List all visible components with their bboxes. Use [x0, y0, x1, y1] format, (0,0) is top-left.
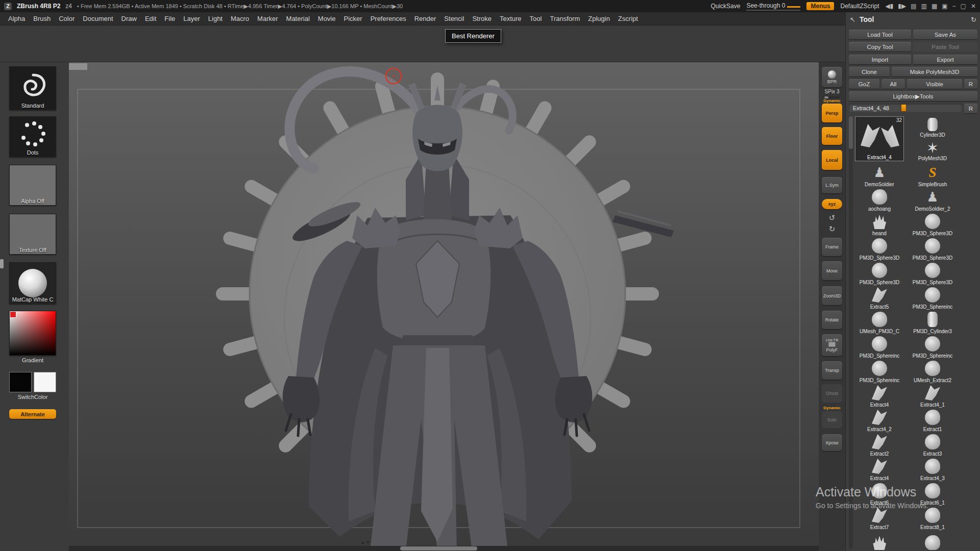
collapse-arrows-icon[interactable]: ▲▼: [361, 540, 371, 545]
goz-button[interactable]: GoZ: [849, 79, 879, 89]
inventory-r-button[interactable]: R: [964, 104, 977, 113]
tool-inventory-handle[interactable]: [901, 104, 906, 112]
goz-r-button[interactable]: R: [964, 79, 977, 89]
tool-inventory-slider[interactable]: Extract4_4, 48: [849, 104, 962, 112]
paste-tool-button[interactable]: Paste Tool: [913, 42, 977, 52]
lock-icon[interactable]: ▣: [942, 3, 947, 10]
goz-all-button[interactable]: All: [881, 79, 905, 89]
maximize-button[interactable]: ▢: [961, 3, 966, 10]
menu-item[interactable]: Brush: [29, 12, 55, 26]
tool-item[interactable]: UMesh_Extract2: [908, 359, 957, 384]
goz-visible-button[interactable]: Visible: [907, 79, 962, 89]
tool-item[interactable]: PM3D_Sphere3D: [908, 212, 957, 237]
menu-item[interactable]: Color: [55, 12, 79, 26]
tool-item[interactable]: [855, 531, 904, 550]
menu-item[interactable]: Render: [410, 12, 440, 26]
viewport-canvas[interactable]: [69, 62, 819, 551]
menu-item[interactable]: Texture: [496, 12, 526, 26]
save-as-button[interactable]: Save As: [913, 30, 977, 39]
import-button[interactable]: Import: [849, 55, 911, 64]
brush-picker[interactable]: Standard: [9, 66, 56, 110]
tool-item[interactable]: PM3D_Cylinder3: [908, 310, 957, 335]
quicksave-button[interactable]: QuickSave: [710, 3, 740, 10]
menu-item[interactable]: Draw: [117, 12, 141, 26]
menu-item[interactable]: Transform: [546, 12, 584, 26]
horizontal-scrollbar[interactable]: ▲▼: [69, 546, 819, 551]
zoom-doc-icon[interactable]: ↻: [819, 224, 845, 234]
hscroll-handle[interactable]: [400, 546, 477, 550]
xpose-button[interactable]: Xpose: [822, 434, 842, 451]
default-zscript-button[interactable]: DefaultZScript: [840, 3, 879, 10]
solo-button[interactable]: Solo: [822, 411, 842, 428]
tool-item[interactable]: Extract4: [855, 384, 904, 408]
menu-item[interactable]: Layer: [179, 12, 204, 26]
tool-item[interactable]: Extract4_2: [855, 408, 904, 433]
tool-item[interactable]: PM3D_Sphereinc: [908, 335, 957, 359]
tool-item[interactable]: Extract4_1: [908, 384, 957, 408]
tool-inventory-scrollbar[interactable]: [849, 116, 853, 549]
zoom3d-button[interactable]: Zoom3D: [822, 286, 842, 305]
doc-layout-icon-c[interactable]: ▦: [932, 3, 937, 10]
tool-item[interactable]: PM3D_Sphere3D: [908, 237, 957, 261]
floor-button[interactable]: Floor: [822, 127, 842, 145]
menu-item[interactable]: Marker: [253, 12, 282, 26]
picker-cursor-icon[interactable]: ↖: [850, 16, 855, 23]
rotate-viewport-button[interactable]: Rotate: [822, 311, 842, 329]
doc-layout-icon-a[interactable]: ▤: [911, 3, 916, 10]
menu-item[interactable]: File: [160, 12, 179, 26]
tool-item[interactable]: PM3D_Sphere3D: [855, 237, 904, 261]
xyz-button[interactable]: xyz: [822, 199, 842, 209]
tool-item[interactable]: [908, 531, 957, 550]
menu-item[interactable]: Movie: [314, 12, 340, 26]
tool-item[interactable]: heand: [855, 212, 904, 237]
make-polymesh3d-button[interactable]: Make PolyMesh3D: [892, 67, 977, 77]
reset-icon[interactable]: ↻: [971, 16, 976, 23]
tool-item[interactable]: DemoSoldier: [855, 163, 904, 188]
alternate-button[interactable]: Alternate: [9, 409, 56, 419]
lsym-button[interactable]: L.Sym: [822, 177, 842, 193]
clone-button[interactable]: Clone: [849, 67, 890, 77]
scroll-doc-icon[interactable]: ↺: [819, 213, 845, 222]
menu-item[interactable]: Zplugin: [584, 12, 614, 26]
load-tool-button[interactable]: Load Tool: [849, 30, 911, 39]
ghost-button[interactable]: Ghost: [822, 384, 842, 403]
tool-item[interactable]: Extract4: [855, 457, 904, 482]
selected-tool-thumbnail[interactable]: 32 Extract4_4: [855, 116, 904, 161]
bpr-button[interactable]: BPR: [822, 67, 842, 87]
menu-item[interactable]: Light: [204, 12, 227, 26]
main-color-swatch[interactable]: [9, 372, 32, 392]
menu-item[interactable]: Document: [79, 12, 117, 26]
menu-item[interactable]: Edit: [141, 12, 160, 26]
export-button[interactable]: Export: [913, 55, 977, 64]
tool-item[interactable]: Extract7: [855, 506, 904, 531]
polyframe-button[interactable]: Line Fill PolyF: [822, 334, 842, 356]
menu-item[interactable]: Stencil: [440, 12, 468, 26]
secondary-color-swatch[interactable]: [34, 372, 56, 392]
tool-item[interactable]: PM3D_Sphere3D: [855, 261, 904, 286]
scroll-left-icon[interactable]: ◀▮: [886, 3, 894, 10]
local-button[interactable]: Local: [822, 150, 842, 170]
menu-item[interactable]: Zscript: [614, 12, 642, 26]
tool-item[interactable]: Extract8_1: [908, 506, 957, 531]
menu-item[interactable]: Preferences: [366, 12, 410, 26]
tool-item[interactable]: PM3D_Sphereinc: [855, 359, 904, 384]
tool-inventory-scroll-handle[interactable]: [849, 116, 853, 149]
minimize-button[interactable]: −: [952, 3, 956, 10]
menu-item[interactable]: Material: [282, 12, 314, 26]
tool-item[interactable]: PolyMesh3D: [908, 140, 957, 161]
switch-color[interactable]: SwitchColor: [9, 372, 56, 400]
tool-item[interactable]: Extract6: [855, 482, 904, 506]
menu-item[interactable]: Macro: [227, 12, 253, 26]
tool-item[interactable]: PM3D_Sphere3D: [908, 261, 957, 286]
transp-button[interactable]: Transp: [822, 361, 842, 380]
menu-item[interactable]: Picker: [340, 12, 366, 26]
tool-item[interactable]: Extract5: [855, 286, 904, 310]
tool-item[interactable]: PM3D_Sphereinc: [855, 335, 904, 359]
close-button[interactable]: ✕: [971, 3, 976, 10]
persp-button[interactable]: Persp: [822, 104, 842, 122]
see-through-slider[interactable]: See-through 0: [746, 2, 800, 11]
menu-item[interactable]: Alpha: [4, 12, 29, 26]
move-viewport-button[interactable]: Move: [822, 261, 842, 280]
tool-item[interactable]: SimpleBrush: [908, 163, 957, 188]
tool-item[interactable]: aochoang: [855, 188, 904, 212]
